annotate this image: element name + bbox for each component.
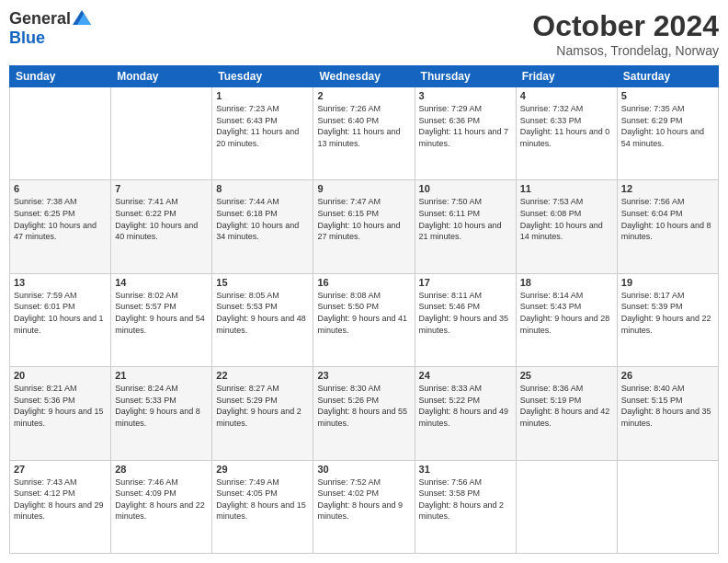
header-monday: Monday [111,66,212,87]
day-info: Sunrise: 8:17 AM Sunset: 5:39 PM Dayligh… [621,290,714,336]
day-number: 7 [115,183,208,194]
table-row: 8Sunrise: 7:44 AM Sunset: 6:18 PM Daylig… [212,180,313,273]
week-row-2: 13Sunrise: 7:59 AM Sunset: 6:01 PM Dayli… [10,273,719,366]
table-row: 17Sunrise: 8:11 AM Sunset: 5:46 PM Dayli… [415,273,516,366]
table-row: 12Sunrise: 7:56 AM Sunset: 6:04 PM Dayli… [617,180,718,273]
table-row: 3Sunrise: 7:29 AM Sunset: 6:36 PM Daylig… [415,87,516,180]
day-number: 5 [621,90,714,101]
day-info: Sunrise: 8:33 AM Sunset: 5:22 PM Dayligh… [419,383,512,429]
day-number: 23 [317,370,410,381]
day-info: Sunrise: 7:56 AM Sunset: 3:58 PM Dayligh… [419,477,512,523]
table-row: 9Sunrise: 7:47 AM Sunset: 6:15 PM Daylig… [313,180,415,273]
day-number: 17 [419,277,512,288]
week-row-1: 6Sunrise: 7:38 AM Sunset: 6:25 PM Daylig… [10,180,719,273]
week-row-3: 20Sunrise: 8:21 AM Sunset: 5:36 PM Dayli… [10,367,719,460]
header-friday: Friday [516,66,617,87]
table-row: 29Sunrise: 7:49 AM Sunset: 4:05 PM Dayli… [212,460,313,553]
table-row [10,87,111,180]
table-row [516,460,617,553]
table-row: 28Sunrise: 7:46 AM Sunset: 4:09 PM Dayli… [111,460,212,553]
day-number: 6 [14,183,107,194]
day-info: Sunrise: 8:40 AM Sunset: 5:15 PM Dayligh… [621,383,714,429]
day-info: Sunrise: 7:59 AM Sunset: 6:01 PM Dayligh… [14,290,107,336]
day-info: Sunrise: 8:05 AM Sunset: 5:53 PM Dayligh… [216,290,309,336]
table-row: 24Sunrise: 8:33 AM Sunset: 5:22 PM Dayli… [415,367,516,460]
calendar: Sunday Monday Tuesday Wednesday Thursday… [9,65,719,554]
day-info: Sunrise: 7:41 AM Sunset: 6:22 PM Dayligh… [115,196,208,242]
day-info: Sunrise: 8:36 AM Sunset: 5:19 PM Dayligh… [520,383,613,429]
header-sunday: Sunday [10,66,111,87]
day-info: Sunrise: 7:52 AM Sunset: 4:02 PM Dayligh… [317,477,410,523]
day-number: 1 [216,90,309,101]
day-info: Sunrise: 7:38 AM Sunset: 6:25 PM Dayligh… [14,196,107,242]
table-row: 20Sunrise: 8:21 AM Sunset: 5:36 PM Dayli… [10,367,111,460]
day-number: 12 [621,183,714,194]
day-number: 11 [520,183,613,194]
table-row: 1Sunrise: 7:23 AM Sunset: 6:43 PM Daylig… [212,87,313,180]
weekday-header-row: Sunday Monday Tuesday Wednesday Thursday… [10,66,719,87]
table-row: 15Sunrise: 8:05 AM Sunset: 5:53 PM Dayli… [212,273,313,366]
logo: General Blue [9,9,91,48]
day-number: 18 [520,277,613,288]
day-info: Sunrise: 7:35 AM Sunset: 6:29 PM Dayligh… [621,103,714,149]
page: General Blue October 2024 Namsos, Tronde… [0,0,728,563]
day-info: Sunrise: 8:14 AM Sunset: 5:43 PM Dayligh… [520,290,613,336]
day-number: 8 [216,183,309,194]
table-row: 23Sunrise: 8:30 AM Sunset: 5:26 PM Dayli… [313,367,415,460]
logo-blue-text: Blue [9,29,45,48]
table-row: 10Sunrise: 7:50 AM Sunset: 6:11 PM Dayli… [415,180,516,273]
day-number: 19 [621,277,714,288]
day-info: Sunrise: 7:46 AM Sunset: 4:09 PM Dayligh… [115,477,208,523]
location: Namsos, Trondelag, Norway [532,43,719,58]
day-number: 13 [14,277,107,288]
day-number: 10 [419,183,512,194]
day-number: 24 [419,370,512,381]
day-info: Sunrise: 7:47 AM Sunset: 6:15 PM Dayligh… [317,196,410,242]
table-row: 26Sunrise: 8:40 AM Sunset: 5:15 PM Dayli… [617,367,718,460]
table-row: 6Sunrise: 7:38 AM Sunset: 6:25 PM Daylig… [10,180,111,273]
table-row: 30Sunrise: 7:52 AM Sunset: 4:02 PM Dayli… [313,460,415,553]
day-info: Sunrise: 7:26 AM Sunset: 6:40 PM Dayligh… [317,103,410,149]
table-row: 16Sunrise: 8:08 AM Sunset: 5:50 PM Dayli… [313,273,415,366]
day-info: Sunrise: 8:02 AM Sunset: 5:57 PM Dayligh… [115,290,208,336]
day-info: Sunrise: 7:49 AM Sunset: 4:05 PM Dayligh… [216,477,309,523]
table-row: 14Sunrise: 8:02 AM Sunset: 5:57 PM Dayli… [111,273,212,366]
day-number: 31 [419,464,512,475]
table-row: 18Sunrise: 8:14 AM Sunset: 5:43 PM Dayli… [516,273,617,366]
table-row: 2Sunrise: 7:26 AM Sunset: 6:40 PM Daylig… [313,87,415,180]
header-saturday: Saturday [617,66,718,87]
table-row [111,87,212,180]
day-number: 3 [419,90,512,101]
day-info: Sunrise: 7:56 AM Sunset: 6:04 PM Dayligh… [621,196,714,242]
day-number: 4 [520,90,613,101]
day-number: 27 [14,464,107,475]
week-row-4: 27Sunrise: 7:43 AM Sunset: 4:12 PM Dayli… [10,460,719,553]
day-number: 2 [317,90,410,101]
table-row: 13Sunrise: 7:59 AM Sunset: 6:01 PM Dayli… [10,273,111,366]
header-thursday: Thursday [415,66,516,87]
day-info: Sunrise: 8:08 AM Sunset: 5:50 PM Dayligh… [317,290,410,336]
day-number: 15 [216,277,309,288]
day-info: Sunrise: 8:21 AM Sunset: 5:36 PM Dayligh… [14,383,107,429]
day-info: Sunrise: 8:30 AM Sunset: 5:26 PM Dayligh… [317,383,410,429]
table-row: 31Sunrise: 7:56 AM Sunset: 3:58 PM Dayli… [415,460,516,553]
week-row-0: 1Sunrise: 7:23 AM Sunset: 6:43 PM Daylig… [10,87,719,180]
day-info: Sunrise: 8:11 AM Sunset: 5:46 PM Dayligh… [419,290,512,336]
day-number: 21 [115,370,208,381]
day-number: 14 [115,277,208,288]
day-number: 26 [621,370,714,381]
table-row: 4Sunrise: 7:32 AM Sunset: 6:33 PM Daylig… [516,87,617,180]
month-title: October 2024 [532,9,719,43]
day-info: Sunrise: 7:50 AM Sunset: 6:11 PM Dayligh… [419,196,512,242]
header: General Blue October 2024 Namsos, Tronde… [9,9,719,58]
day-info: Sunrise: 7:43 AM Sunset: 4:12 PM Dayligh… [14,477,107,523]
table-row: 7Sunrise: 7:41 AM Sunset: 6:22 PM Daylig… [111,180,212,273]
header-tuesday: Tuesday [212,66,313,87]
day-info: Sunrise: 8:24 AM Sunset: 5:33 PM Dayligh… [115,383,208,429]
table-row: 5Sunrise: 7:35 AM Sunset: 6:29 PM Daylig… [617,87,718,180]
table-row: 25Sunrise: 8:36 AM Sunset: 5:19 PM Dayli… [516,367,617,460]
header-wednesday: Wednesday [313,66,415,87]
logo-general-text: General [9,9,71,29]
title-section: October 2024 Namsos, Trondelag, Norway [532,9,719,58]
table-row: 27Sunrise: 7:43 AM Sunset: 4:12 PM Dayli… [10,460,111,553]
